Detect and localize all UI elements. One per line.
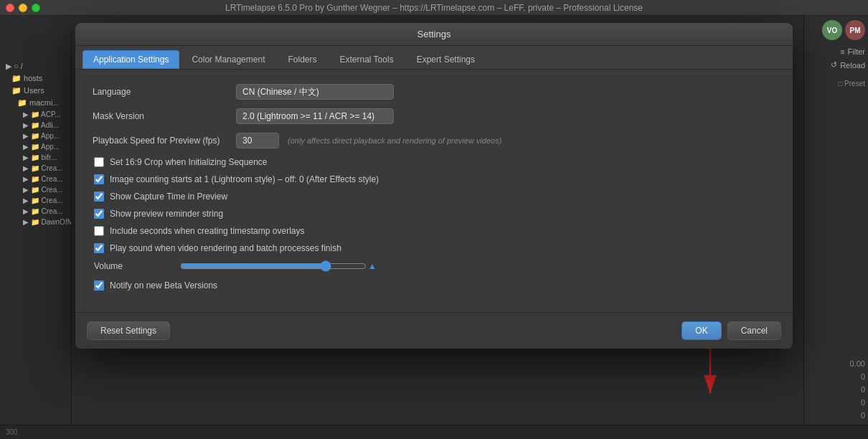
playback-fps-hint: (only affects direct playback and render…	[288, 136, 501, 145]
includeseconds-label: Include seconds when creating timestamp …	[110, 226, 304, 236]
mask-version-select[interactable]: 2.0 (Lightroom >= 11 / ACR >= 14) 1.0 (C…	[242, 111, 387, 121]
showreminder-label: Show preview reminder string	[110, 209, 223, 219]
tab-expert[interactable]: Expert Settings	[406, 50, 486, 69]
playback-fps-row: Playback Speed for Preview (fps) (only a…	[93, 133, 775, 148]
tab-application[interactable]: Application Settings	[82, 50, 179, 69]
dialog-title-bar: Settings	[75, 23, 793, 46]
crop169-label: Set 16:9 Crop when Initializing Sequence	[110, 157, 267, 167]
playback-fps-input[interactable]	[236, 133, 279, 148]
volume-slider[interactable]	[180, 260, 367, 272]
maximize-button[interactable]	[32, 4, 40, 12]
tab-external[interactable]: External Tools	[329, 50, 404, 69]
dialog-content: Language CN (Chinese / 中文) EN (English) …	[75, 70, 793, 312]
title-bar: LRTimelapse 6.5.0 Pro by Gunther Wegner …	[0, 0, 868, 16]
window-title: LRTimelapse 6.5.0 Pro by Gunther Wegner …	[225, 3, 643, 13]
language-row: Language CN (Chinese / 中文) EN (English) …	[93, 84, 775, 100]
dialog-footer: Reset Settings OK Cancel	[75, 312, 793, 349]
checkbox-notifybeta-row: Notify on new Beta Versions	[93, 280, 775, 291]
checkbox-includeseconds-row: Include seconds when creating timestamp …	[93, 226, 775, 236]
cancel-button[interactable]: Cancel	[727, 321, 781, 340]
tabs-bar: Application Settings Color Management Fo…	[75, 46, 793, 70]
showreminder-checkbox[interactable]	[94, 209, 104, 219]
tab-folders[interactable]: Folders	[277, 50, 327, 69]
close-button[interactable]	[6, 4, 14, 12]
modal-overlay: Settings Application Settings Color Mana…	[0, 16, 868, 439]
crop169-checkbox[interactable]	[94, 157, 104, 167]
tab-color[interactable]: Color Management	[181, 50, 275, 69]
volume-label: Volume	[94, 261, 180, 271]
checkbox-showcapture-row: Show Capture Time in Preview	[93, 192, 775, 202]
mask-version-label: Mask Version	[93, 111, 236, 121]
playback-fps-label: Playback Speed for Preview (fps)	[93, 136, 236, 146]
mask-version-row: Mask Version 2.0 (Lightroom >= 11 / ACR …	[93, 108, 775, 124]
volume-indicator: ▲	[368, 261, 377, 271]
settings-dialog: Settings Application Settings Color Mana…	[75, 23, 793, 349]
playsound-checkbox[interactable]	[94, 243, 104, 253]
playsound-label: Play sound when video rendering and batc…	[110, 243, 341, 253]
notifybeta-checkbox[interactable]	[94, 280, 104, 291]
notifybeta-label: Notify on new Beta Versions	[110, 280, 217, 291]
mask-version-dropdown[interactable]: 2.0 (Lightroom >= 11 / ACR >= 14) 1.0 (C…	[236, 108, 394, 124]
dialog-title: Settings	[418, 29, 451, 39]
language-label: Language	[93, 87, 236, 97]
language-select[interactable]: CN (Chinese / 中文) EN (English) DE (Germa…	[242, 87, 387, 97]
traffic-lights[interactable]	[6, 4, 40, 12]
ok-button[interactable]: OK	[681, 321, 721, 340]
checkbox-showreminder-row: Show preview reminder string	[93, 209, 775, 219]
volume-row: Volume ▲	[93, 260, 775, 272]
imagecounting-checkbox[interactable]	[94, 174, 104, 184]
showcapture-checkbox[interactable]	[94, 192, 104, 202]
checkbox-playsound-row: Play sound when video rendering and batc…	[93, 243, 775, 253]
checkbox-imagecounting-row: Image counting starts at 1 (Lightroom st…	[93, 174, 775, 184]
checkbox-crop169-row: Set 16:9 Crop when Initializing Sequence	[93, 157, 775, 167]
reset-settings-button[interactable]: Reset Settings	[87, 321, 170, 340]
includeseconds-checkbox[interactable]	[94, 226, 104, 236]
language-dropdown[interactable]: CN (Chinese / 中文) EN (English) DE (Germa…	[236, 84, 394, 100]
imagecounting-label: Image counting starts at 1 (Lightroom st…	[110, 174, 379, 184]
minimize-button[interactable]	[19, 4, 27, 12]
showcapture-label: Show Capture Time in Preview	[110, 192, 227, 202]
